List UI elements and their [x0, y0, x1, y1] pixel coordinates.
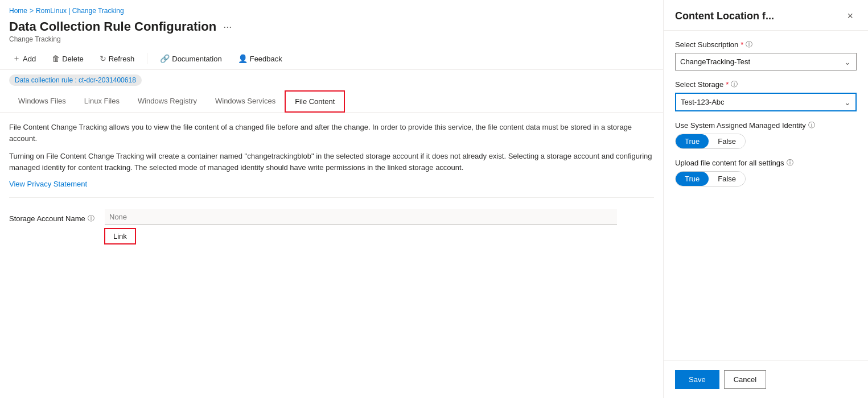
managed-identity-label: Use System Assigned Managed Identity ⓘ — [675, 121, 857, 130]
storage-row: Storage Account Name ⓘ Link — [9, 209, 654, 244]
breadcrumb-home[interactable]: Home — [9, 7, 27, 15]
breadcrumb-romlinux[interactable]: RomLinux | Change Tracking — [36, 7, 124, 15]
upload-field: Upload file content for all settings ⓘ T… — [675, 158, 857, 186]
badge-value: ct-dcr-2031400618 — [79, 76, 136, 84]
refresh-label: Refresh — [109, 55, 135, 63]
link-button[interactable]: Link — [105, 229, 135, 244]
feedback-icon: 👤 — [238, 54, 248, 63]
storage-field: Select Storage * ⓘ Test-123-Abc — [675, 80, 857, 111]
toolbar: ＋ Add 🗑 Delete ↻ Refresh 🔗 Documentation… — [0, 48, 663, 70]
upload-info-icon[interactable]: ⓘ — [787, 158, 793, 168]
trash-icon: 🗑 — [52, 54, 60, 63]
subscription-field: Select Subscription * ⓘ ChangeTracking-T… — [675, 40, 857, 71]
feedback-button[interactable]: 👤 Feedback — [235, 52, 286, 65]
storage-account-label: Storage Account Name ⓘ — [9, 209, 100, 223]
page-header: Data Collection Rule Configuration ··· — [0, 17, 663, 35]
panel-title: Content Location f... — [675, 10, 774, 22]
tab-bar: Windows Files Linux Files Windows Regist… — [0, 90, 663, 113]
subscription-label: Select Subscription * ⓘ — [675, 40, 857, 49]
rule-badge: Data collection rule : ct-dcr-2031400618 — [9, 74, 142, 86]
feedback-label: Feedback — [250, 55, 282, 63]
documentation-label: Documentation — [172, 55, 221, 63]
page-subtitle: Change Tracking — [0, 35, 663, 48]
subscription-required: * — [741, 40, 743, 49]
storage-select-wrapper: Test-123-Abc — [675, 93, 857, 111]
tab-windows-services[interactable]: Windows Services — [206, 90, 285, 112]
storage-panel-info-icon[interactable]: ⓘ — [731, 80, 738, 89]
panel-footer: Save Cancel — [664, 360, 868, 398]
breadcrumb-sep1: > — [30, 7, 34, 15]
badge-row: Data collection rule : ct-dcr-2031400618 — [0, 70, 663, 90]
subscription-select[interactable]: ChangeTracking-Test — [675, 53, 857, 71]
toolbar-separator — [147, 53, 147, 64]
storage-section: Storage Account Name ⓘ Link — [9, 209, 654, 244]
managed-identity-true[interactable]: True — [676, 134, 709, 148]
delete-button[interactable]: 🗑 Delete — [48, 52, 87, 65]
subscription-select-wrapper: ChangeTracking-Test — [675, 53, 857, 71]
privacy-statement-link[interactable]: View Privacy Statement — [9, 180, 87, 188]
tab-windows-registry[interactable]: Windows Registry — [129, 90, 206, 112]
add-label: Add — [23, 55, 36, 63]
divider — [9, 197, 654, 198]
add-button[interactable]: ＋ Add — [9, 51, 39, 66]
right-panel: Content Location f... × Select Subscript… — [663, 0, 868, 398]
breadcrumb: Home > RomLinux | Change Tracking — [0, 0, 663, 17]
storage-account-input[interactable] — [105, 209, 617, 225]
upload-false[interactable]: False — [709, 172, 745, 186]
documentation-button[interactable]: 🔗 Documentation — [157, 52, 225, 65]
panel-close-button[interactable]: × — [844, 9, 857, 23]
ellipsis-button[interactable]: ··· — [221, 21, 234, 33]
tab-linux-files[interactable]: Linux Files — [75, 90, 129, 112]
delete-label: Delete — [62, 55, 84, 63]
main-content: File Content Change Tracking allows you … — [0, 113, 663, 398]
managed-identity-field: Use System Assigned Managed Identity ⓘ T… — [675, 121, 857, 149]
doc-icon: 🔗 — [160, 54, 170, 63]
save-button[interactable]: Save — [675, 370, 719, 389]
description-text-1: File Content Change Tracking allows you … — [9, 122, 654, 144]
refresh-icon: ↻ — [100, 54, 106, 63]
plus-icon: ＋ — [13, 53, 20, 64]
managed-identity-toggle: True False — [675, 134, 746, 149]
page-title: Data Collection Rule Configuration — [9, 19, 216, 34]
panel-body: Select Subscription * ⓘ ChangeTracking-T… — [664, 31, 868, 360]
storage-required: * — [726, 80, 729, 89]
tab-file-content[interactable]: File Content — [285, 90, 345, 113]
upload-toggle: True False — [675, 171, 746, 186]
refresh-button[interactable]: ↻ Refresh — [96, 52, 138, 65]
description-text-2: Turning on File Content Change Tracking … — [9, 151, 654, 173]
managed-identity-info-icon[interactable]: ⓘ — [808, 121, 815, 130]
badge-prefix: Data collection rule : — [15, 76, 77, 84]
storage-info-icon[interactable]: ⓘ — [88, 214, 94, 223]
tab-windows-files[interactable]: Windows Files — [9, 90, 75, 112]
subscription-info-icon[interactable]: ⓘ — [746, 40, 752, 49]
storage-select[interactable]: Test-123-Abc — [675, 93, 857, 111]
panel-header: Content Location f... × — [664, 0, 868, 31]
upload-true[interactable]: True — [676, 172, 709, 186]
storage-panel-label: Select Storage * ⓘ — [675, 80, 857, 89]
upload-label: Upload file content for all settings ⓘ — [675, 158, 857, 168]
managed-identity-false[interactable]: False — [709, 134, 745, 148]
cancel-button[interactable]: Cancel — [724, 370, 766, 389]
